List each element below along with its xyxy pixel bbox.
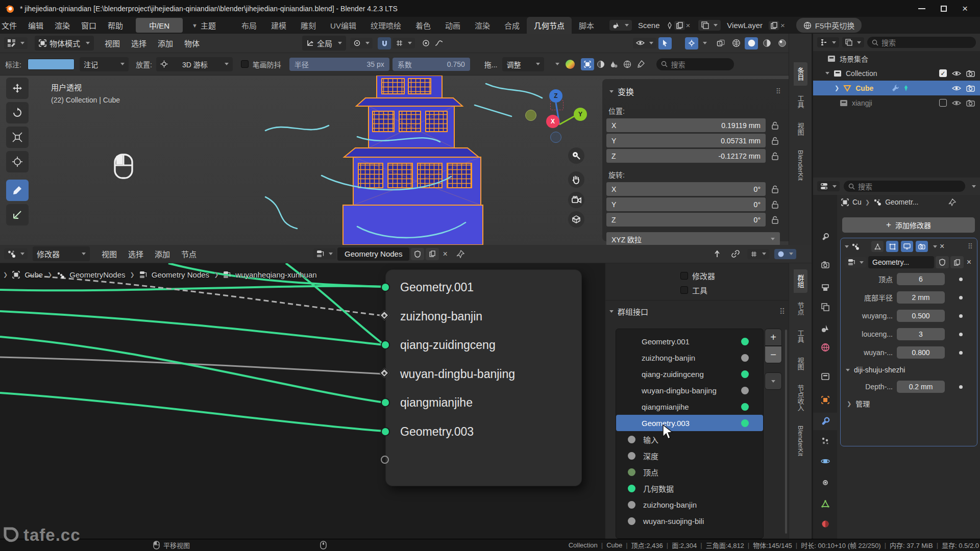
field-value[interactable]: 0.800 <box>897 346 945 359</box>
group-interface-item[interactable]: wuyan-dingbu-banjing <box>616 382 763 398</box>
shading-wireframe-icon[interactable] <box>729 37 743 49</box>
animate-dot-icon[interactable] <box>959 296 963 299</box>
shading-material-icon[interactable] <box>760 37 773 49</box>
group-output-node[interactable]: Geometry.001zuizhong-banjinqiang-zuiding… <box>385 269 582 486</box>
shading-sphere-icon[interactable] <box>594 58 607 70</box>
pin-icon[interactable] <box>456 250 464 258</box>
proportional-falloff-icon[interactable] <box>432 37 446 49</box>
properties-search-field[interactable]: 搜索 <box>844 181 965 192</box>
exclude-checkbox[interactable] <box>939 99 947 107</box>
node-sidebar-tab[interactable]: BlenderKit <box>795 420 806 461</box>
node-socket-row[interactable]: qiangmianjihe <box>386 394 581 411</box>
ortho-toggle-button[interactable] <box>568 211 584 228</box>
add-item-button[interactable]: + <box>765 329 782 346</box>
lock-icon[interactable] <box>771 215 779 226</box>
rotation-mode-selector[interactable]: XYZ 欧拉 <box>606 232 780 246</box>
camera-view-button[interactable] <box>568 192 584 208</box>
viewport-sidebar-tab[interactable]: 视图 <box>794 117 807 141</box>
node-socket-row[interactable]: wuyan-dingbu-banjing <box>386 366 581 382</box>
pin-icon[interactable] <box>948 198 956 206</box>
matcap-sphere-icon[interactable] <box>565 59 576 70</box>
pivot-point-selector[interactable] <box>350 38 373 48</box>
node-socket-row[interactable]: qiang-zuidingceng <box>386 337 581 353</box>
toggle-viewport-icon[interactable] <box>901 241 913 252</box>
outliner-row-scene-collection[interactable]: 场景集合 <box>813 51 980 66</box>
properties-editor-type-button[interactable] <box>817 181 840 191</box>
drag-mode-selector[interactable]: 调整 <box>502 57 544 71</box>
annotation-color-swatch[interactable] <box>28 59 75 70</box>
group-interface-item[interactable]: Geometry.001 <box>616 333 763 349</box>
texture-slot-object-icon[interactable] <box>581 58 594 70</box>
zoom-view-button[interactable] <box>568 147 584 164</box>
go-to-parent-icon[interactable] <box>710 248 724 260</box>
language-toggle-button[interactable]: 中/EN <box>136 18 183 33</box>
properties-tab-modifiers[interactable] <box>813 413 837 430</box>
remove-item-button[interactable]: − <box>765 346 782 363</box>
lock-icon[interactable] <box>771 136 779 147</box>
hide-eye-icon[interactable] <box>952 99 961 107</box>
modifier-close-icon[interactable]: × <box>940 242 944 251</box>
outliner-row-xiangji[interactable]: xiangji <box>813 95 980 110</box>
viewport-sidebar-tab[interactable]: BlenderKit <box>795 145 806 186</box>
group-interface-list[interactable]: Geometry.001zuizhong-banjinqiang-zuiding… <box>616 329 764 539</box>
properties-tab-physics[interactable] <box>813 453 837 470</box>
mode-selector[interactable]: 物体模式 <box>35 36 94 51</box>
viewport-menu-item[interactable]: 选择 <box>126 35 152 51</box>
maximize-button[interactable] <box>941 6 947 12</box>
exclude-checkbox[interactable]: ✓ <box>939 69 947 77</box>
lock-icon[interactable] <box>771 200 779 211</box>
group-interface-item[interactable]: 几何数据 <box>616 480 763 496</box>
workspace-tab[interactable]: 布局 <box>234 17 264 34</box>
measure-tool-button[interactable] <box>6 204 29 226</box>
annotate-tool-button[interactable] <box>6 180 29 201</box>
transform-rotation-y-field[interactable]: Y0° <box>606 197 766 211</box>
tool-search-field[interactable]: 搜索 <box>656 58 734 70</box>
view-layer-selector[interactable]: ViewLayer × <box>698 20 785 31</box>
field-value[interactable]: 3 <box>897 328 945 340</box>
viewport-menu-item[interactable]: 视图 <box>99 35 126 51</box>
remove-view-layer-icon[interactable]: × <box>780 21 785 30</box>
rotate-tool-button[interactable] <box>6 102 29 123</box>
viewport-menu-item[interactable]: 添加 <box>152 35 179 51</box>
group-interface-item[interactable]: zuizhong-banjin <box>616 496 763 513</box>
gizmo-x-neg-axis[interactable] <box>525 110 536 121</box>
modifier-collapse-icon[interactable] <box>845 245 849 248</box>
toggle-cage-icon[interactable] <box>871 241 884 252</box>
properties-options-icon[interactable] <box>972 185 976 188</box>
field-value[interactable]: 2 mm <box>897 291 945 304</box>
node-socket-row[interactable]: zuizhong-banjin <box>386 308 581 324</box>
unlink-node-group-icon[interactable]: × <box>440 249 449 259</box>
outliner-search-field[interactable]: 搜索 <box>867 37 976 48</box>
transform-location-z-field[interactable]: Z-0.12172 mm <box>606 149 766 163</box>
editor-type-button[interactable] <box>4 37 28 49</box>
panel-drag-dots-icon[interactable]: ⠿ <box>776 87 781 95</box>
node-group-name-field[interactable]: Geometry... <box>868 256 934 268</box>
virtual-socket-icon[interactable] <box>381 456 389 464</box>
gizmos-dropdown-icon[interactable] <box>703 42 707 44</box>
link-icon[interactable] <box>729 248 742 260</box>
toggle-render-icon[interactable] <box>916 241 928 252</box>
modifier-checkbox-row[interactable]: 修改器 <box>680 270 715 281</box>
workspace-tab[interactable]: 着色 <box>408 17 438 34</box>
app-menu-item[interactable]: 渲染 <box>49 17 76 33</box>
workspace-tab[interactable]: 动画 <box>438 17 468 34</box>
note-type-selector[interactable]: 注记 <box>80 57 129 71</box>
add-modifier-button[interactable]: +添加修改器 <box>842 217 975 233</box>
fake-user-shield-icon[interactable] <box>936 256 949 268</box>
render-camera-icon[interactable] <box>966 99 975 107</box>
transform-rotation-z-field[interactable]: Z0° <box>606 213 766 227</box>
hide-eye-icon[interactable] <box>952 85 961 92</box>
unlink-scene-icon[interactable]: × <box>686 21 691 30</box>
new-view-layer-icon[interactable] <box>769 21 779 30</box>
radius-slider[interactable]: 半径35 px <box>289 58 389 71</box>
unlink-node-group-icon[interactable]: × <box>965 258 973 267</box>
shading-solid-icon[interactable] <box>745 37 758 49</box>
item-specials-button[interactable] <box>765 372 782 390</box>
select-tool-icon[interactable] <box>658 37 672 49</box>
snap-settings-selector[interactable] <box>393 38 415 48</box>
properties-tab-view-layer[interactable] <box>813 298 837 316</box>
workspace-tab[interactable]: 几何节点 <box>527 17 572 34</box>
transform-tool-button[interactable] <box>6 151 29 172</box>
outliner-display-mode-selector[interactable] <box>817 37 839 47</box>
node-sidebar-tab[interactable]: 工具 <box>794 324 807 348</box>
